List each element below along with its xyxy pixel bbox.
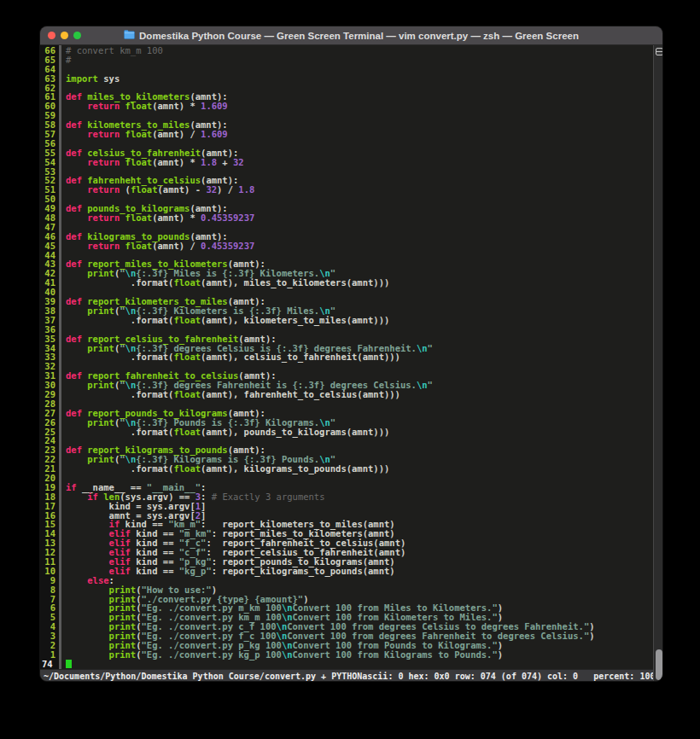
scrollbar[interactable]: [653, 45, 663, 682]
code-line: 41 .format(float(amnt), miles_to_kilomet…: [40, 278, 653, 288]
line-number: 36: [40, 325, 59, 335]
window-title: Domestika Python Course — Green Screen T…: [124, 30, 579, 41]
status-file-path: ~/Documents/Python/Domestika Python Cour…: [44, 672, 362, 681]
code-text: import sys: [61, 74, 120, 84]
code-text: return float(amnt) / 1.609: [61, 130, 228, 139]
code-text: .format(float(amnt), kilometers_to_miles…: [61, 316, 389, 325]
code-line: 60 return float(amnt) * 1.609: [40, 102, 653, 111]
line-number: 27: [40, 409, 59, 418]
block-cursor: [66, 660, 72, 669]
line-number: 9: [40, 576, 59, 585]
code-line: 1 print("Eg. ./convert.py kg_p 100\nConv…: [40, 650, 653, 660]
code-line: 45 return float(amnt) / 0.45359237: [40, 241, 653, 251]
line-number: 7: [40, 595, 59, 604]
code-line: 29 .format(float(amnt), fahrenheht_to_ce…: [40, 390, 653, 399]
traffic-lights: [48, 26, 81, 44]
code-line: 54 return float(amnt) * 1.8 + 32: [40, 158, 653, 167]
line-number: 63: [40, 74, 59, 84]
code-text: return float(amnt) / 0.45359237: [61, 241, 254, 251]
code-area[interactable]: 66# convert km_m 10065#6463import sys626…: [40, 45, 653, 669]
code-text: print("Eg. ./convert.py kg_p 100\nConver…: [61, 650, 503, 660]
line-number: 8: [40, 585, 59, 595]
code-text: return float(amnt) * 1.609: [61, 102, 228, 111]
status-position-info: ascii: 0 hex: 0x0 row: 074 (of 074) col:…: [362, 672, 653, 681]
code-text: return float(amnt) * 0.45359237: [61, 213, 254, 223]
split-pane-icon[interactable]: [656, 48, 663, 55]
status-bar: ~/Documents/Python/Domestika Python Cour…: [40, 669, 653, 682]
code-text: .format(float(amnt), pounds_to_kilograms…: [61, 428, 389, 437]
code-text: #: [61, 55, 71, 65]
code-line: 10 elif kind == "kg_p": report_kilograms…: [40, 567, 653, 576]
zoom-button[interactable]: [73, 32, 81, 39]
line-number: 18: [40, 492, 59, 502]
scrollbar-thumb[interactable]: [656, 649, 662, 680]
code-text: # convert km_m 100: [61, 46, 163, 55]
code-text: return float(amnt) * 1.8 + 32: [61, 158, 244, 167]
minimize-button[interactable]: [61, 32, 68, 39]
code-text: .format(float(amnt), fahrenheht_to_celsi…: [61, 390, 400, 399]
cursor-line: 74: [40, 660, 653, 669]
code-line: 48 return float(amnt) * 0.45359237: [40, 213, 653, 223]
line-number: 5: [40, 613, 59, 622]
line-number: 4: [40, 622, 59, 631]
line-number: 10: [40, 567, 59, 576]
code-line: 51 return (float(amnt) - 32) / 1.8: [40, 185, 653, 195]
code-text: [61, 660, 72, 669]
code-line: 25 .format(float(amnt), pounds_to_kilogr…: [40, 428, 653, 437]
code-line: 65#: [40, 55, 653, 65]
line-number: 2: [40, 641, 59, 650]
line-number: 54: [40, 158, 59, 167]
code-text: .format(float(amnt), celsius_to_fahrenhe…: [61, 352, 400, 362]
line-number: 17: [40, 502, 59, 511]
split-pane-icon-line: [656, 51, 662, 52]
code-text: .format(float(amnt), miles_to_kilometers…: [61, 278, 389, 288]
desktop-background: Domestika Python Course — Green Screen T…: [0, 0, 700, 739]
code-text: return (float(amnt) - 32) / 1.8: [61, 185, 254, 195]
terminal-window: Domestika Python Course — Green Screen T…: [39, 26, 663, 682]
code-line: 64: [40, 65, 653, 74]
code-text: .format(float(amnt), kilograms_to_pounds…: [61, 464, 389, 474]
line-number: 35: [40, 335, 59, 344]
line-number: 45: [40, 241, 59, 251]
close-button[interactable]: [48, 32, 55, 39]
title-bar[interactable]: Domestika Python Course — Green Screen T…: [40, 26, 662, 45]
code-line: 63import sys: [40, 74, 653, 84]
blue-folder-icon: [124, 30, 135, 41]
window-title-text: Domestika Python Course — Green Screen T…: [139, 31, 579, 41]
code-line: 33 .format(float(amnt), celsius_to_fahre…: [40, 352, 653, 362]
line-number: 6: [40, 603, 59, 613]
line-number: 74: [40, 660, 59, 669]
code-line: 37 .format(float(amnt), kilometers_to_mi…: [40, 316, 653, 325]
line-number: 26: [40, 418, 59, 428]
line-number: 3: [40, 631, 59, 641]
code-line: 66# convert km_m 100: [40, 46, 653, 55]
code-line: 57 return float(amnt) / 1.609: [40, 130, 653, 139]
code-line: 21 .format(float(amnt), kilograms_to_pou…: [40, 464, 653, 474]
